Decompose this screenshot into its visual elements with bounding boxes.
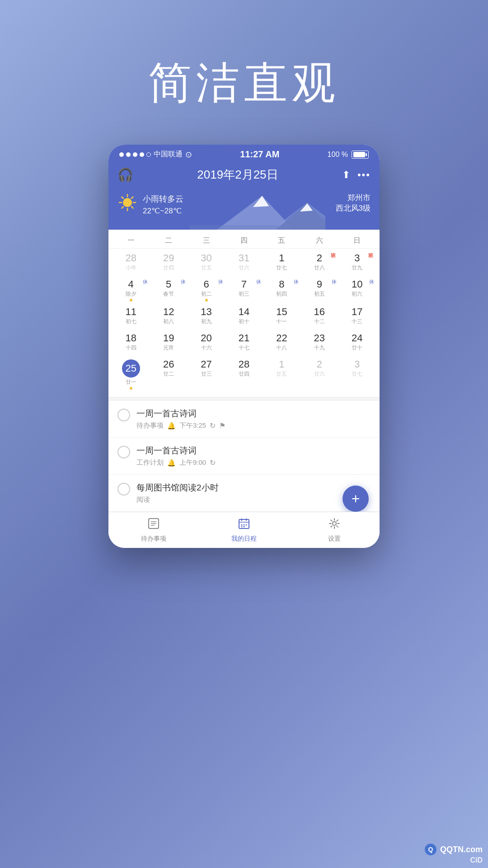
cal-sub: 廿一	[126, 378, 136, 386]
signal-dots	[119, 152, 151, 157]
flag-icon-1: ⚑	[219, 421, 225, 430]
cal-cell-2-3[interactable]: 14初十	[225, 304, 263, 330]
more-icon[interactable]: •••	[357, 169, 371, 181]
cal-sub: 廿七	[352, 370, 362, 378]
cal-cell-2-4[interactable]: 15十一	[263, 304, 300, 330]
cal-cell-3-1[interactable]: 19元宵	[150, 330, 187, 356]
calendar-row-2: 11初七12初八13初九14初十15十一16十二17十三	[112, 304, 376, 330]
cal-cell-3-0[interactable]: 18十四	[112, 330, 150, 356]
cal-cell-0-1[interactable]: 29廿四	[150, 250, 187, 276]
holiday-badge: 休	[369, 278, 374, 285]
cal-cell-4-6[interactable]: 3廿七	[338, 357, 376, 392]
svg-point-0	[123, 198, 132, 207]
cal-cell-1-0[interactable]: 休4除夕	[112, 277, 150, 303]
cal-cell-1-4[interactable]: 休8初四	[263, 277, 300, 303]
cal-sub: 初十	[239, 318, 249, 326]
cal-cell-0-0[interactable]: 28小年	[112, 250, 150, 276]
cal-cell-4-3[interactable]: 28廿四	[225, 357, 263, 392]
cal-cell-0-5[interactable]: 班2廿八	[300, 250, 338, 276]
settings-icon	[328, 517, 341, 533]
battery-icon	[352, 151, 369, 159]
cal-cell-3-5[interactable]: 23十九	[300, 330, 338, 356]
cal-cell-3-4[interactable]: 22十八	[263, 330, 300, 356]
cal-cell-1-3[interactable]: 休7初三	[225, 277, 263, 303]
cal-cell-3-3[interactable]: 21十七	[225, 330, 263, 356]
task-time-2: 上午9:00	[179, 458, 206, 467]
task-meta-1: 待办事项 🔔 下午3:25 ↻ ⚑	[136, 421, 225, 430]
cal-cell-4-4[interactable]: 1廿五	[263, 357, 300, 392]
cal-cell-1-1[interactable]: 休5春节	[150, 277, 187, 303]
calendar-section: 一 二 三 四 五 六 日 28小年29廿四30廿五31廿六1廿七班2廿八班3廿…	[108, 230, 380, 397]
cal-day: 17	[352, 307, 362, 317]
status-bar: 中国联通 ⊙ 11:27 AM 100 %	[108, 145, 380, 162]
cal-cell-2-1[interactable]: 12初八	[150, 304, 187, 330]
calendar-grid: 28小年29廿四30廿五31廿六1廿七班2廿八班3廿九休4除夕休5春节休6初二休…	[108, 249, 380, 397]
cal-day: 15	[276, 307, 287, 317]
cal-cell-2-0[interactable]: 11初七	[112, 304, 150, 330]
cal-cell-0-4[interactable]: 1廿七	[263, 250, 300, 276]
dot1	[119, 152, 124, 157]
cal-day: 27	[201, 359, 211, 369]
repeat-icon-1: ↻	[210, 421, 216, 430]
cal-cell-2-2[interactable]: 13初九	[188, 304, 225, 330]
holiday-badge: 休	[181, 278, 186, 285]
calendar-row-1: 休4除夕休5春节休6初二休7初三休8初四休9初五休10初六	[112, 277, 376, 303]
weather-right: 郑州市 西北风3级	[336, 193, 371, 213]
cal-sub: 十九	[314, 344, 325, 352]
header-date: 2019年2月25日	[197, 167, 278, 183]
cal-cell-2-6[interactable]: 17十三	[338, 304, 376, 330]
cal-sub: 小年	[126, 264, 136, 272]
cal-day: 29	[163, 253, 174, 263]
nav-item-todo[interactable]: 待办事项	[108, 514, 199, 547]
cal-cell-1-6[interactable]: 休10初六	[338, 277, 376, 303]
task-checkbox-2[interactable]	[117, 446, 130, 458]
schedule-icon	[238, 517, 250, 533]
task-title-1: 一周一首古诗词	[136, 408, 225, 420]
day-header-fri: 五	[263, 236, 300, 245]
cal-cell-4-2[interactable]: 27廿三	[188, 357, 225, 392]
cal-cell-1-5[interactable]: 休9初五	[300, 277, 338, 303]
cal-day: 8	[279, 279, 284, 289]
cal-day: 9	[317, 279, 322, 289]
phone-frame: 中国联通 ⊙ 11:27 AM 100 % 🎧 2019年2月25日 ⬆ •••	[108, 145, 380, 548]
cal-day: 2	[317, 359, 322, 369]
holiday-badge: 休	[294, 278, 299, 285]
task-title-3: 每周图书馆阅读2小时	[136, 482, 219, 494]
cal-cell-4-0[interactable]: 25廿一	[112, 357, 150, 392]
cal-sub: 初三	[239, 290, 249, 298]
task-checkbox-1[interactable]	[117, 409, 130, 421]
cal-day: 19	[163, 333, 174, 343]
cal-day: 16	[314, 307, 325, 317]
status-time: 11:27 AM	[240, 149, 279, 160]
cal-sub: 十二	[314, 318, 325, 326]
day-header-mon: 一	[112, 236, 150, 245]
task-checkbox-3[interactable]	[117, 483, 130, 495]
headset-icon[interactable]: 🎧	[117, 167, 133, 182]
wifi-icon: ⊙	[185, 150, 192, 160]
cal-sub: 廿五	[201, 264, 212, 272]
svg-line-7	[131, 197, 133, 199]
nav-item-schedule[interactable]: 我的日程	[199, 514, 289, 547]
cal-cell-1-2[interactable]: 休6初二	[188, 277, 225, 303]
weather-city: 郑州市	[336, 193, 371, 203]
holiday-badge: 休	[218, 278, 223, 285]
add-button[interactable]: +	[343, 486, 369, 512]
cal-sub: 除夕	[126, 290, 136, 298]
cal-cell-4-5[interactable]: 2廿六	[300, 357, 338, 392]
cal-cell-3-6[interactable]: 24廿十	[338, 330, 376, 356]
share-icon[interactable]: ⬆	[342, 169, 350, 181]
cal-cell-2-5[interactable]: 16十二	[300, 304, 338, 330]
cal-cell-0-3[interactable]: 31廿六	[225, 250, 263, 276]
task-category-2: 工作计划	[136, 458, 164, 467]
cal-cell-0-6[interactable]: 班3廿九	[338, 250, 376, 276]
cal-day: 30	[201, 253, 211, 263]
cal-cell-4-1[interactable]: 26廿二	[150, 357, 187, 392]
bottom-nav: 待办事项 我的日程	[108, 512, 380, 548]
cal-cell-3-2[interactable]: 20十六	[188, 330, 225, 356]
cal-cell-0-2[interactable]: 30廿五	[188, 250, 225, 276]
weather-left: 小雨转多云 22℃~28℃	[117, 193, 183, 217]
cal-day: 12	[163, 307, 174, 317]
cal-dot	[130, 387, 132, 390]
cal-day: 1	[279, 359, 284, 369]
nav-item-settings[interactable]: 设置	[289, 514, 380, 547]
